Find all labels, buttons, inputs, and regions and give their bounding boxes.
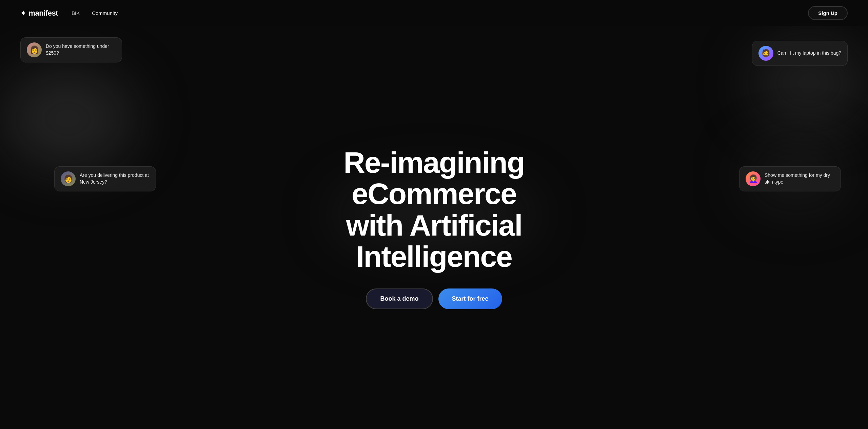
chat-text-mid-right: Show me something for my dry skin type: [765, 172, 834, 185]
chat-text-mid-left: Are you delivering this product at New J…: [80, 172, 150, 185]
glow-blob-left: [0, 68, 136, 170]
avatar-mid-left: 🧑: [61, 171, 76, 186]
chat-text-top-right: Can I fit my laptop in this bag?: [777, 50, 841, 57]
book-demo-button[interactable]: Book a demo: [366, 288, 433, 309]
hero-title-line1: Re-imagining eCommerce: [343, 146, 524, 210]
chat-bubble-top-left: 👩 Do you have something under $250?: [20, 37, 122, 62]
avatar-top-right: 🧔: [758, 46, 773, 61]
navbar: ✦ manifest BIK Community Sign Up: [0, 0, 868, 26]
logo-text: manifest: [29, 9, 58, 18]
chat-bubble-top-right: 🧔 Can I fit my laptop in this bag?: [752, 41, 848, 66]
start-free-button[interactable]: Start for free: [438, 288, 502, 309]
chat-text-top-left: Do you have something under $250?: [46, 43, 116, 56]
logo-star: ✦: [20, 9, 26, 17]
avatar-mid-right: 👩‍🦱: [746, 171, 761, 186]
nav-link-bik[interactable]: BIK: [72, 10, 80, 16]
hero-title-line2: with Artificial Intelligence: [346, 208, 522, 273]
nav-link-community[interactable]: Community: [92, 10, 118, 16]
nav-links: BIK Community: [72, 10, 118, 16]
signup-button[interactable]: Sign Up: [808, 6, 848, 20]
hero-section: 👩 Do you have something under $250? Re-i…: [0, 0, 868, 429]
chat-bubble-mid-left: 🧑 Are you delivering this product at New…: [54, 166, 156, 191]
hero-title: Re-imagining eCommerce with Artificial I…: [281, 147, 587, 273]
hero-buttons: Book a demo Start for free: [366, 288, 502, 309]
logo[interactable]: ✦ manifest: [20, 9, 58, 18]
avatar-top-left: 👩: [27, 42, 42, 57]
chat-bubble-mid-right: 👩‍🦱 Show me something for my dry skin ty…: [739, 166, 841, 191]
